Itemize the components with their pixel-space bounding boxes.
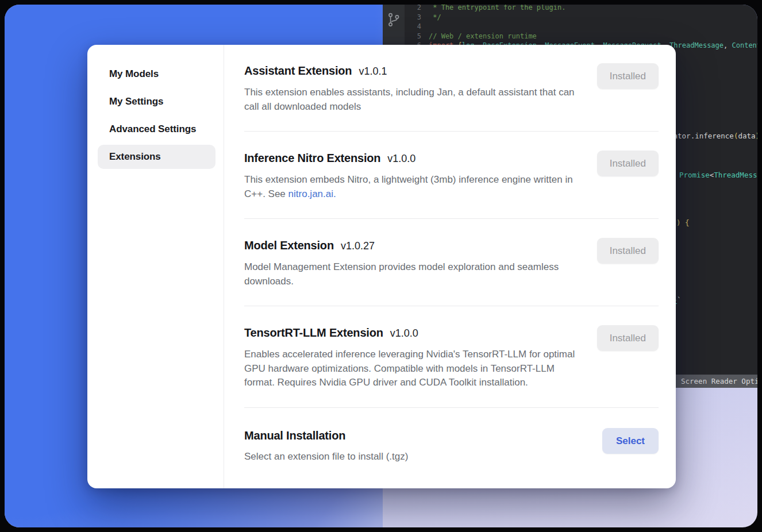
code-lines: 2 * The entrypoint for the plugin. 3 */ …	[405, 5, 757, 51]
select-file-button[interactable]: Select	[602, 428, 659, 454]
manual-installation-row: Manual Installation Select an extension …	[244, 408, 659, 480]
line-number: 5	[405, 32, 429, 41]
line-number: 4	[405, 22, 429, 32]
line-number: 3	[405, 13, 429, 22]
extension-row-nitro: Inference Nitro Extension v1.0.0 This ex…	[244, 132, 659, 219]
extension-name: Model Extension	[244, 238, 334, 253]
settings-panel: My Models My Settings Advanced Settings …	[87, 45, 676, 488]
extension-info: Inference Nitro Extension v1.0.0 This ex…	[244, 151, 576, 201]
extension-name: Inference Nitro Extension	[244, 151, 380, 165]
code-line: 3 */	[405, 13, 757, 22]
installed-button[interactable]: Installed	[597, 151, 659, 176]
screen-reader-mode-badge[interactable]: Screen Reader Optimized	[675, 375, 757, 388]
sidebar-item-extensions[interactable]: Extensions	[98, 145, 215, 169]
manual-installation-info: Manual Installation Select an extension …	[244, 428, 408, 464]
settings-sidebar: My Models My Settings Advanced Settings …	[87, 45, 224, 488]
description-text: Model Management Extension provides mode…	[244, 261, 559, 287]
extension-row-tensorrt: TensortRT-LLM Extension v1.0.0 Enables a…	[244, 306, 659, 408]
source-control-icon[interactable]	[386, 11, 401, 30]
extension-version: v1.0.1	[359, 64, 387, 79]
page-canvas: 2 * The entrypoint for the plugin. 3 */ …	[5, 5, 757, 527]
code-text: */	[429, 13, 441, 22]
installed-button[interactable]: Installed	[597, 63, 659, 89]
sidebar-item-my-models[interactable]: My Models	[98, 62, 215, 86]
sidebar-item-advanced-settings[interactable]: Advanced Settings	[98, 117, 215, 141]
installed-button[interactable]: Installed	[597, 238, 659, 264]
sidebar-item-my-settings[interactable]: My Settings	[98, 90, 215, 114]
description-text: Enables accelerated inference leveraging…	[244, 349, 575, 388]
code-line: 5 // Web / extension runtime	[405, 32, 757, 41]
extensions-list: Assistant Extension v1.0.1 This extensio…	[224, 45, 676, 488]
extension-description: Enables accelerated inference leveraging…	[244, 348, 576, 390]
code-text: // Web / extension runtime	[429, 32, 537, 41]
extension-info: Model Extension v1.0.27 Model Management…	[244, 238, 576, 288]
extension-info: TensortRT-LLM Extension v1.0.0 Enables a…	[244, 325, 576, 390]
manual-installation-description: Select an extension file to install (.tg…	[244, 450, 408, 464]
code-fragment: rator.inference(data));	[669, 132, 757, 140]
extension-version: v1.0.0	[387, 151, 415, 166]
extension-row-assistant: Assistant Extension v1.0.1 This extensio…	[244, 63, 659, 132]
code-text: * The entrypoint for the plugin.	[429, 5, 565, 13]
extension-version: v1.0.27	[341, 238, 375, 253]
manual-installation-title: Manual Installation	[244, 428, 345, 443]
code-line: 4	[405, 22, 757, 32]
nitro-jan-ai-link[interactable]: nitro.jan.ai.	[288, 188, 336, 199]
extension-version: v1.0.0	[390, 326, 418, 341]
extension-description: Model Management Extension provides mode…	[244, 260, 576, 288]
extension-description: This extension enables assistants, inclu…	[244, 86, 576, 114]
extension-info: Assistant Extension v1.0.1 This extensio…	[244, 63, 576, 114]
extension-description: This extension embeds Nitro, a lightweig…	[244, 173, 576, 201]
code-line: 2 * The entrypoint for the plugin.	[405, 5, 757, 13]
extension-name: Assistant Extension	[244, 63, 352, 78]
description-text: This extension enables assistants, inclu…	[244, 87, 575, 112]
extension-name: TensortRT-LLM Extension	[244, 325, 383, 340]
extension-row-model: Model Extension v1.0.27 Model Management…	[244, 219, 659, 306]
code-fragment: Promise<ThreadMessage>	[679, 171, 757, 179]
installed-button[interactable]: Installed	[597, 325, 659, 351]
line-number: 2	[405, 5, 429, 13]
